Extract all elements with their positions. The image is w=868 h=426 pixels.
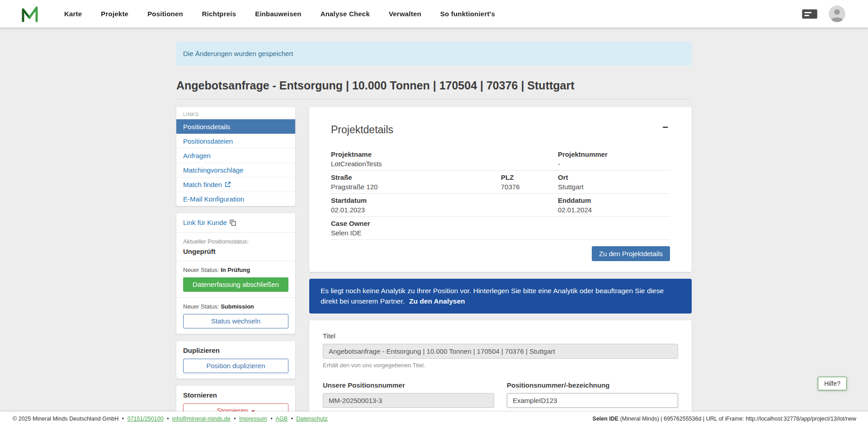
position-number-input[interactable] (507, 393, 678, 408)
title-helper: Erhält den von uns vorgegebenen Titel. (323, 362, 678, 369)
links-header: LINKS (176, 107, 295, 119)
nav-projekte[interactable]: Projekte (101, 10, 128, 18)
project-fields: Projektname LotCreationTests Projektnumm… (331, 148, 670, 240)
saved-alert: Die Änderungen wurden gespeichert (176, 42, 692, 66)
next-status-value: Submission (221, 303, 254, 310)
title-label: Titel (323, 332, 678, 340)
field-label: PLZ (501, 173, 558, 182)
field-label: Projektnummer (558, 150, 670, 159)
field-label: Enddatum (558, 196, 670, 205)
position-number-label: Positionsnummer/-bezeichnung (507, 381, 678, 389)
session-info: Selen IDE (Mineral Minds) | 69576255536d… (593, 416, 856, 422)
sidebar: LINKS Positionsdetails Positionsdateien … (176, 107, 295, 426)
footer-link-agb[interactable]: AGB (276, 416, 288, 422)
status-card: Link für Kunde Aktueller Positionsstatus… (176, 213, 295, 334)
sidebar-item-matchingvorschlaege[interactable]: Matchingvorschläge (176, 163, 295, 177)
footer: © 2025 Mineral Minds Deutschland GmbH • … (0, 412, 868, 426)
project-details-card: Projektdetails − Projektname LotCreation… (309, 107, 692, 272)
separator: • (270, 416, 272, 422)
next-status-line: Neuer Status: Submission (183, 303, 288, 310)
field-label: Startdatum (331, 196, 558, 205)
project-row: Straße Pragstraße 120 PLZ 70376 Ort Stut… (331, 171, 670, 194)
separator: • (167, 416, 169, 422)
switch-status-button[interactable]: Status wechseln (183, 314, 288, 328)
field-label: Case Owner (331, 219, 670, 228)
position-form-card: Titel Erhält den von uns vorgegebenen Ti… (309, 320, 692, 426)
analytics-link[interactable]: Zu den Analysen (409, 297, 465, 305)
mineral-minds-logo[interactable] (21, 5, 39, 23)
nav-verwalten[interactable]: Verwalten (389, 10, 421, 18)
customer-link-label: Link für Kunde (183, 219, 227, 226)
footer-link-datenschutz[interactable]: Datenschutz (296, 416, 327, 422)
server-icon[interactable] (802, 8, 818, 20)
duplicate-header: Duplizieren (183, 346, 288, 354)
our-position-number-label: Unsere Positionsnummer (323, 381, 494, 389)
project-row: Case Owner Selen IDE (331, 217, 670, 240)
duplicate-card: Duplizieren Position duplizieren (176, 341, 295, 379)
separator: • (122, 416, 124, 422)
next-status-prefix: Neuer Status: (183, 267, 219, 273)
sidebar-item-match-finden[interactable]: Match finden (176, 177, 295, 192)
complete-data-entry-button[interactable]: Datenerfassung abschließen (183, 277, 288, 292)
sidebar-item-label: Match finden (183, 181, 222, 188)
project-details-title: Projektdetails (331, 122, 393, 137)
project-details-button[interactable]: Zu den Projektdetails (592, 246, 670, 261)
session-user: Selen IDE (593, 416, 619, 422)
sidebar-links-card: LINKS Positionsdetails Positionsdateien … (176, 107, 295, 206)
nav-karte[interactable]: Karte (64, 10, 82, 18)
session-details: (Mineral Minds) | 69576255536d | URL of … (618, 416, 856, 422)
person-icon (829, 5, 845, 22)
cancel-header: Stornieren (183, 391, 288, 399)
field-value: Pragstraße 120 (331, 183, 501, 191)
nav-analyse-check[interactable]: Analyse Check (321, 10, 370, 18)
copy-icon (230, 220, 236, 226)
user-avatar[interactable] (829, 5, 845, 22)
title-input (323, 344, 678, 359)
sidebar-item-positionsdateien[interactable]: Positionsdateien (176, 134, 295, 148)
field-value: 70376 (501, 183, 558, 191)
current-status-value: Ungeprüft (183, 248, 288, 255)
project-row: Startdatum 02.01.2023 Enddatum 02.01.202… (331, 194, 670, 217)
main-column: Projektdetails − Projektname LotCreation… (309, 107, 692, 426)
customer-link[interactable]: Link für Kunde (183, 219, 236, 226)
nav-richtpreis[interactable]: Richtpreis (202, 10, 236, 18)
analytics-alert-text: Es liegt noch keine Analytik zu Ihrer Po… (321, 287, 664, 305)
external-link-icon (225, 182, 231, 187)
help-button[interactable]: Hilfe? (818, 377, 847, 390)
field-value: Selen IDE (331, 229, 670, 237)
footer-left: © 2025 Mineral Minds Deutschland GmbH • … (13, 416, 328, 422)
project-row: Projektname LotCreationTests Projektnumm… (331, 148, 670, 171)
nav-positionen[interactable]: Positionen (147, 10, 183, 18)
sidebar-item-anfragen[interactable]: Anfragen (176, 148, 295, 163)
duplicate-position-button[interactable]: Position duplizieren (183, 359, 288, 373)
footer-link-impressum[interactable]: Impressum (239, 416, 267, 422)
navbar-right (802, 5, 845, 22)
footer-link-email[interactable]: info@mineral-minds.de (172, 416, 231, 422)
separator: • (234, 416, 236, 422)
field-value: LotCreationTests (331, 159, 558, 168)
nav-einbauweisen[interactable]: Einbauweisen (255, 10, 301, 18)
main-nav: Karte Projekte Positionen Richtpreis Ein… (64, 10, 495, 18)
field-label: Projektname (331, 150, 558, 159)
top-navbar: Karte Projekte Positionen Richtpreis Ein… (0, 0, 868, 28)
copyright-text: © 2025 Mineral Minds Deutschland GmbH (13, 416, 118, 422)
field-value: - (558, 159, 670, 168)
footer-link-phone[interactable]: 07151/250100 (127, 416, 164, 422)
field-value: 02.01.2024 (558, 206, 670, 214)
field-label: Ort (558, 173, 670, 182)
next-status-prefix: Neuer Status: (183, 303, 219, 310)
separator: • (291, 416, 292, 422)
next-status-value: In Prüfung (221, 267, 250, 273)
field-value: Stuttgart (558, 183, 670, 191)
current-status-label: Aktueller Positionsstatus: (183, 238, 288, 245)
our-position-number-input (323, 393, 494, 408)
sidebar-item-email-konfiguration[interactable]: E-Mail Konfiguration (176, 192, 295, 206)
main-content: Die Änderungen wurden gespeichert Angebo… (0, 0, 868, 426)
page-title: Angebotsanfrage - Entsorgung | 10.000 To… (176, 79, 692, 99)
analytics-alert: Es liegt noch keine Analytik zu Ihrer Po… (309, 279, 692, 314)
sidebar-item-positionsdetails[interactable]: Positionsdetails (176, 119, 295, 134)
logo-icon (21, 5, 39, 23)
collapse-icon[interactable]: − (660, 122, 670, 132)
field-value: 02.01.2023 (331, 206, 558, 214)
nav-so-funktionierts[interactable]: So funktioniert's (440, 10, 495, 18)
